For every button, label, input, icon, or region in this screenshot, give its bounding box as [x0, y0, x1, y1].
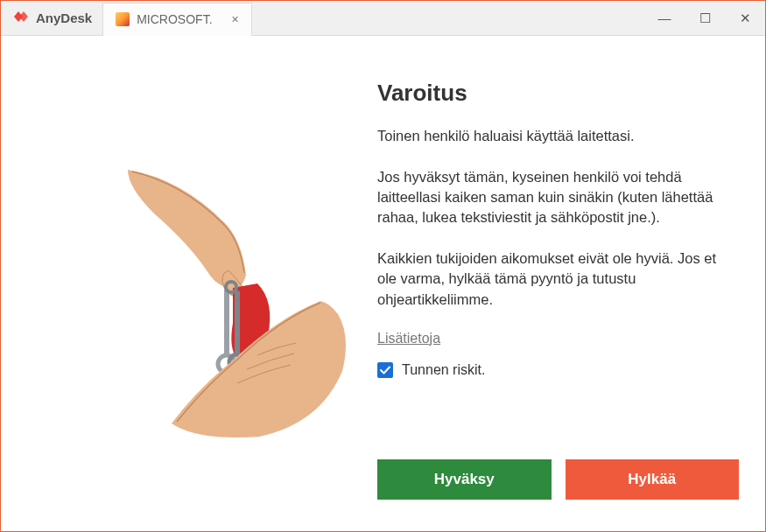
hands-keys-illustration [27, 62, 377, 505]
decline-button[interactable]: Hylkää [566, 459, 740, 500]
text-panel: Varoitus Toinen henkilö haluaisi käyttää… [377, 62, 739, 505]
content: Varoitus Toinen henkilö haluaisi käyttää… [1, 36, 765, 531]
app-name: AnyDesk [36, 10, 92, 25]
button-row: Hyväksy Hylkää [377, 459, 739, 500]
tab-thumbnail-icon [116, 12, 130, 26]
learn-more-link[interactable]: Lisätietoja [377, 331, 440, 346]
warning-paragraph-2: Jos hyväksyt tämän, kyseinen henkilö voi… [377, 167, 739, 228]
window-controls: — ☐ ✕ [644, 1, 765, 35]
titlebar: AnyDesk MICROSOFT. × — ☐ ✕ [1, 1, 765, 36]
tab-close-icon[interactable]: × [232, 12, 239, 26]
risk-checkbox-row: Tunnen riskit. [377, 362, 739, 378]
close-button[interactable]: ✕ [725, 1, 765, 35]
maximize-button[interactable]: ☐ [685, 1, 725, 35]
anydesk-logo-icon [11, 7, 31, 30]
tab-label: MICROSOFT. [137, 12, 212, 26]
app-tab: AnyDesk [1, 1, 102, 35]
warning-heading: Varoitus [377, 80, 739, 107]
warning-paragraph-1: Toinen henkilö haluaisi käyttää laitetta… [377, 126, 739, 146]
warning-paragraph-3: Kaikkien tukijoiden aikomukset eivät ole… [377, 248, 739, 309]
minimize-button[interactable]: — [644, 1, 685, 35]
accept-button[interactable]: Hyväksy [377, 459, 552, 500]
risk-checkbox-label: Tunnen riskit. [402, 362, 485, 378]
svg-rect-2 [235, 290, 240, 355]
document-tab[interactable]: MICROSOFT. × [102, 3, 252, 36]
risk-checkbox[interactable] [377, 362, 393, 378]
svg-rect-0 [224, 289, 229, 357]
